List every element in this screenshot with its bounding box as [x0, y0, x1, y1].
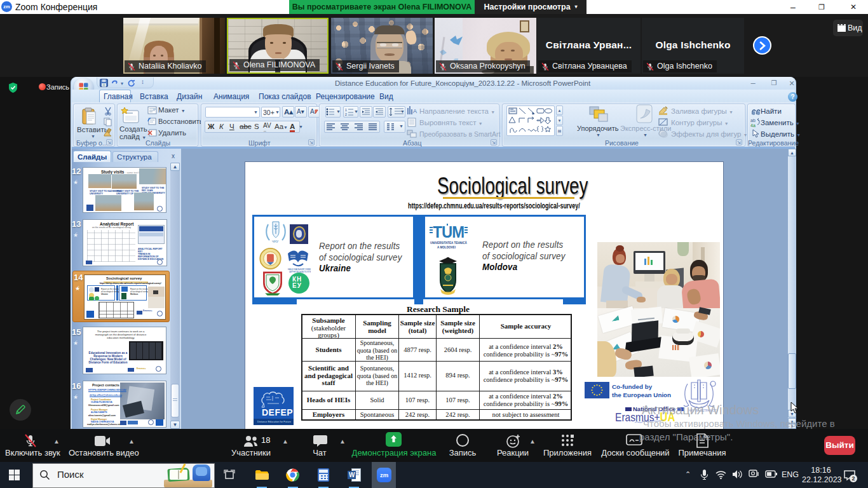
svg-text:ab: ab	[750, 118, 756, 123]
svg-text:A: A	[413, 108, 417, 114]
svg-text:4a: 4a	[750, 123, 756, 127]
svg-text:ЧНУ: ЧНУ	[272, 240, 279, 243]
svg-text:TUM: TUM	[433, 222, 464, 241]
svg-text:A: A	[310, 108, 315, 115]
svg-text:UNIVERSITATEA TEHNICĂ: UNIVERSITATEA TEHNICĂ	[430, 241, 468, 245]
svg-text:2: 2	[345, 112, 347, 116]
svg-text:1: 1	[345, 108, 347, 112]
svg-text:A MOLDOVEI: A MOLDOVEI	[437, 246, 456, 249]
